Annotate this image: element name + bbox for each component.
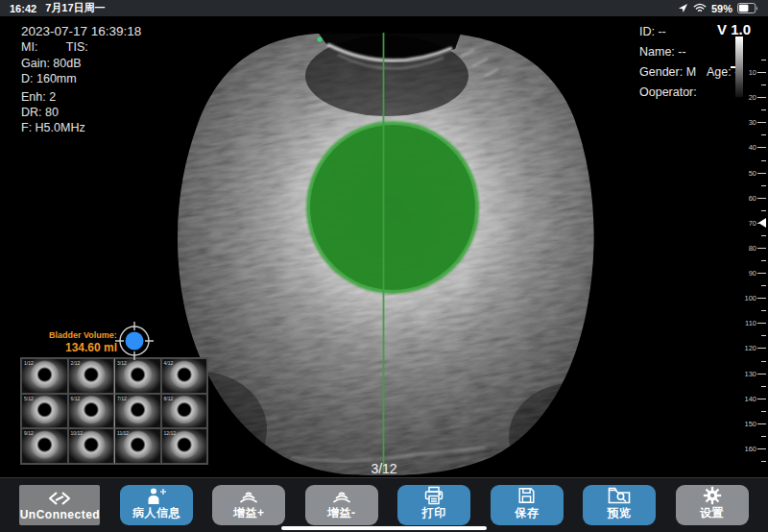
print-button-label: 打印 <box>422 505 446 521</box>
mi-label: MI: <box>21 40 37 54</box>
thumbnail-frame[interactable]: 9/12 <box>21 428 68 464</box>
thumbnail-frame-label: 9/12 <box>24 430 34 436</box>
thumbnail-frame-label: 1/12 <box>24 360 34 366</box>
status-bar: 16:42 7月17日周一 59% <box>0 0 768 16</box>
grayscale-bar <box>735 36 743 97</box>
home-indicator[interactable] <box>281 526 487 530</box>
thumbnail-frame-label: 8/12 <box>164 396 174 401</box>
patient-info-button[interactable]: 病人信息 <box>120 485 193 525</box>
disconnected-icon <box>45 489 74 508</box>
save-button[interactable]: 保存 <box>491 485 564 525</box>
wifi-icon <box>693 3 707 13</box>
settings-icon <box>702 486 723 505</box>
grayscale-marker <box>731 66 735 68</box>
scan-parameters: 2023-07-17 16:39:18 MI: TIS: Gain: 80dB … <box>21 24 141 136</box>
center-scan-line <box>383 33 385 473</box>
scan-datetime: 2023-07-17 16:39:18 <box>21 24 141 39</box>
patient-gender: Gender: M <box>639 65 696 79</box>
thumbnail-frame[interactable]: 7/12 <box>114 394 161 429</box>
thumbnail-frame-label: 2/12 <box>71 360 81 366</box>
thumbnail-frame-label: 4/12 <box>164 360 174 366</box>
gain-minus-button-label: 增益- <box>327 505 356 521</box>
patient-id: ID: -- <box>639 25 666 38</box>
gain-waves-icon <box>236 488 261 505</box>
preview-button-label: 预览 <box>608 505 632 521</box>
thumbnail-frame-label: 5/12 <box>24 396 34 401</box>
clock: 16:42 <box>10 3 36 14</box>
thumbnail-frame[interactable]: 5/12 <box>21 394 68 429</box>
thumbnail-frame-label: 7/12 <box>117 396 127 401</box>
settings-button-label: 设置 <box>700 505 724 521</box>
freq-value: F: H5.0MHz <box>21 120 141 135</box>
location-arrow-icon <box>678 3 688 13</box>
bladder-volume-value: 134.60 ml <box>65 341 117 354</box>
save-icon <box>516 486 537 505</box>
thumbnail-grid: 1/122/123/124/125/126/127/128/129/1210/1… <box>20 357 208 465</box>
thumbnail-frame-label: 11/12 <box>117 430 129 436</box>
patient-name: Name: -- <box>639 45 686 59</box>
gain-minus-button[interactable]: 增益- <box>305 485 378 525</box>
patient-info-button-label: 病人信息 <box>132 505 180 521</box>
thumbnail-frame[interactable]: 2/12 <box>68 358 115 394</box>
thumbnail-frame[interactable]: 6/12 <box>68 394 115 429</box>
thumbnail-frame-label: 6/12 <box>71 396 81 401</box>
gain-value: Gain: 80dB <box>21 56 141 71</box>
thumbnail-frame-label: 10/12 <box>71 430 84 436</box>
operator-label: Ooperator: <box>639 85 697 99</box>
tis-label: TIS: <box>66 40 88 54</box>
frame-indicator: 3/12 <box>346 461 422 476</box>
print-button[interactable]: 打印 <box>397 485 470 525</box>
printer-icon <box>422 486 445 505</box>
bladder-volume-label: Bladder Volume: <box>49 330 117 340</box>
unconnected-button[interactable]: UnConnected <box>19 485 100 525</box>
thumbnail-frame[interactable]: 8/12 <box>161 394 208 429</box>
settings-button[interactable]: 设置 <box>676 485 749 525</box>
version-label: V 1.0 <box>717 21 751 37</box>
depth-value: D: 160mm <box>21 71 141 86</box>
dr-value: DR: 80 <box>21 105 141 120</box>
patient-icon <box>144 487 169 505</box>
battery-icon <box>737 3 758 13</box>
gain-plus-button-label: 增益+ <box>233 505 265 521</box>
thumbnail-frame-label: 12/12 <box>164 430 177 436</box>
preview-button[interactable]: 预览 <box>583 485 656 525</box>
thumbnail-frame[interactable]: 1/12 <box>21 358 68 394</box>
bladder-position-target <box>111 318 157 368</box>
probe-marker-dot <box>317 36 322 41</box>
preview-icon <box>607 486 632 505</box>
thumbnail-frame[interactable]: 11/12 <box>114 428 161 464</box>
enh-value: Enh: 2 <box>21 89 141 105</box>
unconnected-button-label: UnConnected <box>20 508 101 521</box>
gain-waves-icon <box>329 488 354 505</box>
date: 7月17日周一 <box>45 1 105 15</box>
bladder-center-dot <box>126 332 144 351</box>
thumbnail-frame[interactable]: 10/12 <box>68 428 115 464</box>
save-button-label: 保存 <box>515 505 539 521</box>
bladder-segmentation-overlay <box>306 121 479 294</box>
gain-plus-button[interactable]: 增益+ <box>212 485 285 525</box>
thumbnail-frame[interactable]: 4/12 <box>161 358 208 394</box>
bottom-toolbar: UnConnected病人信息增益+增益-打印保存预览设置 <box>0 477 768 532</box>
battery-percent: 59% <box>711 3 732 14</box>
thumbnail-frame[interactable]: 12/12 <box>161 428 208 464</box>
